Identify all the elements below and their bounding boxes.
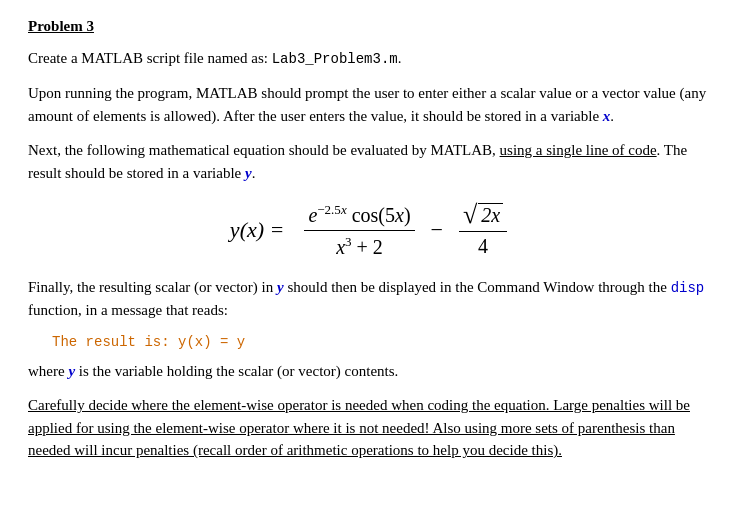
- fraction-2: √ 2x 4: [459, 202, 507, 258]
- var-y-2: y: [277, 279, 284, 295]
- p1-end: .: [398, 50, 402, 66]
- p3-start: Next, the following mathematical equatio…: [28, 142, 500, 158]
- fraction-1: e−2.5x cos(5x) x3 + 2: [304, 202, 414, 258]
- p2-end: .: [610, 108, 614, 124]
- var-y-1: y: [245, 165, 252, 181]
- p3-end2: .: [252, 165, 256, 181]
- p3-underline: using a single line of code: [500, 142, 657, 158]
- sqrt-content: 2x: [478, 203, 503, 227]
- p6-text: Carefully decide where the element-wise …: [28, 397, 690, 458]
- problem-title: Problem 3: [28, 18, 715, 35]
- paragraph-6: Carefully decide where the element-wise …: [28, 394, 715, 462]
- code-the: The result is: y(x) = y: [52, 334, 245, 350]
- minus-operator: −: [431, 217, 443, 243]
- paragraph-1: Create a MATLAB script file named as: La…: [28, 47, 715, 70]
- sqrt-symbol: √: [463, 202, 477, 228]
- paragraph-4: Finally, the resulting scalar (or vector…: [28, 276, 715, 322]
- p4-start: Finally, the resulting scalar (or vector…: [28, 279, 277, 295]
- paragraph-3: Next, the following mathematical equatio…: [28, 139, 715, 184]
- paragraph-2: Upon running the program, MATLAB should …: [28, 82, 715, 127]
- fraction-denominator: x3 + 2: [336, 231, 383, 259]
- p5-end: is the variable holding the scalar (or v…: [75, 363, 398, 379]
- eq-lhs: y(x) =: [230, 217, 285, 243]
- sqrt-denominator: 4: [478, 232, 488, 258]
- p4-mid: should then be displayed in the Command …: [284, 279, 671, 295]
- paragraph-5: where y is the variable holding the scal…: [28, 360, 715, 383]
- fraction-numerator: e−2.5x cos(5x): [304, 202, 414, 231]
- p5-start: where: [28, 363, 68, 379]
- code-display-line: The result is: y(x) = y: [52, 334, 715, 350]
- filename-code: Lab3_Problem3.m: [272, 51, 398, 67]
- sqrt-wrap: √ 2x: [463, 202, 503, 228]
- sqrt-numerator: √ 2x: [459, 202, 507, 232]
- math-equation: y(x) = e−2.5x cos(5x) x3 + 2 − √ 2x 4: [28, 202, 715, 258]
- p4-end: function, in a message that reads:: [28, 302, 228, 318]
- p1-text: Create a MATLAB script file named as:: [28, 50, 272, 66]
- disp-func: disp: [671, 280, 705, 296]
